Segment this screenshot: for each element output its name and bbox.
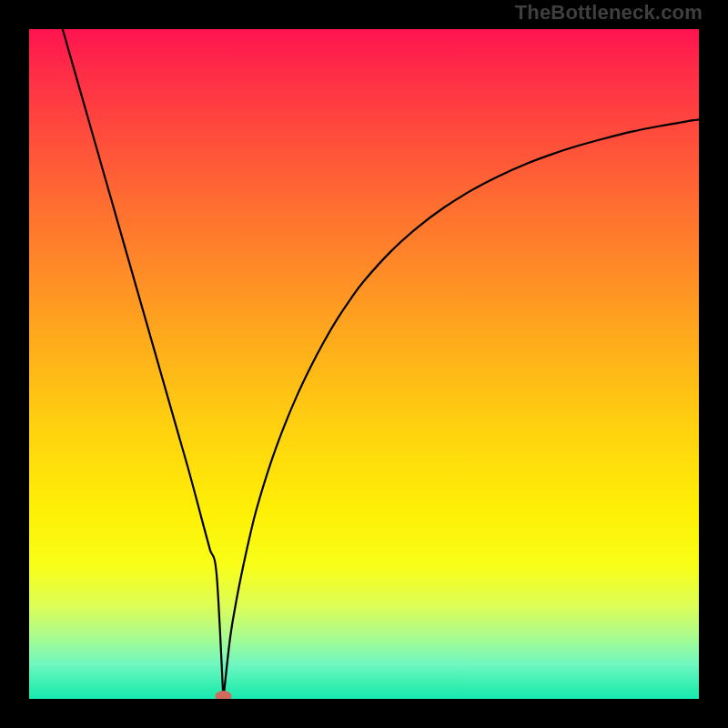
chart-frame: TheBottleneck.com	[0, 0, 728, 728]
watermark-text: TheBottleneck.com	[515, 1, 703, 25]
plot-background	[29, 29, 699, 699]
